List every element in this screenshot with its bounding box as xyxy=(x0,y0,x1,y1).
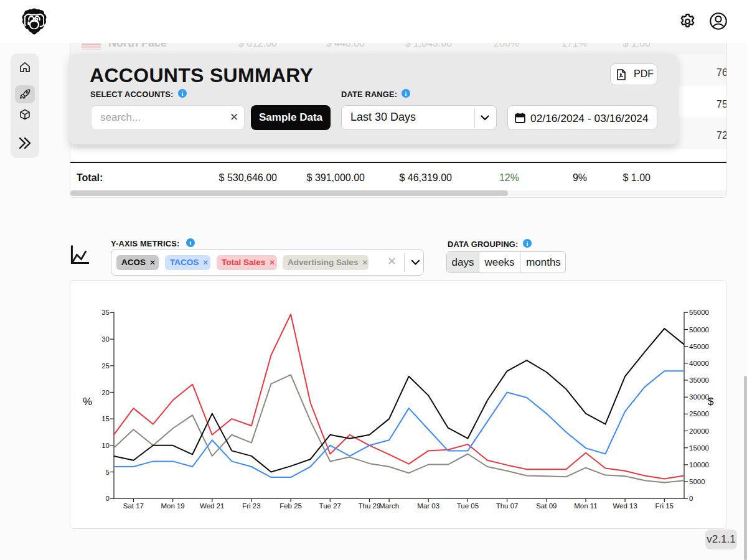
svg-text:Thu 07: Thu 07 xyxy=(496,502,519,510)
svg-text:Tue 05: Tue 05 xyxy=(457,502,479,510)
svg-text:20: 20 xyxy=(101,389,110,396)
svg-text:5000: 5000 xyxy=(689,478,705,485)
svg-text:40000: 40000 xyxy=(689,360,709,367)
svg-text:25000: 25000 xyxy=(689,410,709,418)
svg-text:10: 10 xyxy=(101,442,110,449)
svg-text:45000: 45000 xyxy=(689,343,709,350)
svg-text:Sat 17: Sat 17 xyxy=(123,502,144,510)
svg-text:55000: 55000 xyxy=(689,309,709,316)
svg-text:15: 15 xyxy=(101,415,110,422)
svg-text:Wed 21: Wed 21 xyxy=(200,502,224,510)
svg-text:Tue 27: Tue 27 xyxy=(319,502,341,510)
svg-text:0: 0 xyxy=(106,495,110,502)
svg-text:Wed 13: Wed 13 xyxy=(613,502,637,510)
svg-text:Mon 19: Mon 19 xyxy=(161,502,184,510)
svg-text:20000: 20000 xyxy=(689,427,709,435)
svg-text:35000: 35000 xyxy=(689,376,709,384)
svg-text:0: 0 xyxy=(689,495,693,502)
svg-text:%: % xyxy=(83,396,92,408)
svg-text:Mon 11: Mon 11 xyxy=(574,502,598,510)
svg-text:Fri 15: Fri 15 xyxy=(655,502,674,510)
svg-text:Sat 09: Sat 09 xyxy=(536,502,557,510)
svg-text:5: 5 xyxy=(106,469,110,476)
svg-text:Mar 03: Mar 03 xyxy=(417,502,439,510)
svg-text:30000: 30000 xyxy=(689,393,709,401)
svg-text:50000: 50000 xyxy=(689,326,709,334)
svg-text:10000: 10000 xyxy=(689,461,709,469)
svg-text:Thu 29: Thu 29 xyxy=(359,502,381,510)
svg-text:25: 25 xyxy=(101,362,110,370)
svg-text:35: 35 xyxy=(101,309,110,316)
svg-text:Fri 23: Fri 23 xyxy=(242,502,260,510)
svg-text:March: March xyxy=(379,502,399,510)
svg-text:Feb 25: Feb 25 xyxy=(280,502,302,510)
svg-text:15000: 15000 xyxy=(689,444,709,452)
svg-text:$: $ xyxy=(708,396,714,408)
svg-text:30: 30 xyxy=(101,335,110,343)
